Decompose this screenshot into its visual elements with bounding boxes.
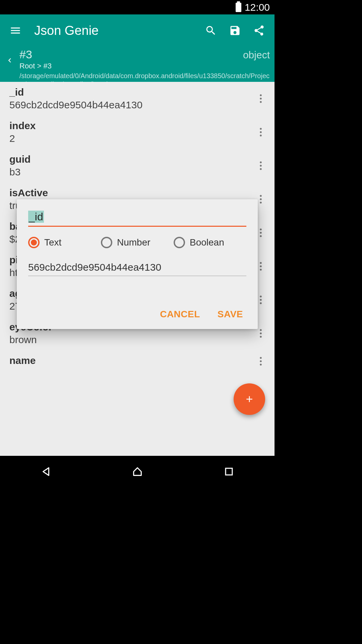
type-label-number: Number <box>117 237 150 248</box>
svg-point-1 <box>260 98 262 100</box>
row-more-button[interactable] <box>256 94 265 104</box>
save-button[interactable] <box>223 18 247 43</box>
battery-icon <box>236 3 241 12</box>
type-radio-boolean[interactable]: Boolean <box>174 237 246 248</box>
svg-point-14 <box>260 235 262 237</box>
more-vert-icon <box>259 161 262 171</box>
svg-point-11 <box>260 202 262 204</box>
svg-point-26 <box>260 364 262 366</box>
row-value: brown <box>9 334 256 345</box>
svg-point-16 <box>260 265 262 267</box>
row-key: isActive <box>9 187 256 199</box>
row-more-button[interactable] <box>256 127 265 137</box>
more-vert-icon <box>259 127 262 137</box>
svg-point-8 <box>260 168 262 170</box>
svg-point-15 <box>260 262 262 264</box>
nav-recent-icon <box>223 466 235 477</box>
field-value-input[interactable] <box>28 260 246 276</box>
app-title: Json Genie <box>34 23 199 38</box>
row-more-button[interactable] <box>256 161 265 171</box>
type-label-text: Text <box>44 237 61 248</box>
more-vert-icon <box>259 94 262 104</box>
svg-point-9 <box>260 195 262 197</box>
svg-point-13 <box>260 232 262 234</box>
row-more-button[interactable] <box>256 328 265 338</box>
menu-button[interactable] <box>3 18 27 43</box>
breadcrumb: Root > #3 <box>19 62 270 70</box>
svg-point-22 <box>260 332 262 334</box>
node-type: object <box>243 49 270 61</box>
row-value: 569cb2dcd9e9504b44ea4130 <box>9 99 256 111</box>
nav-recent-button[interactable] <box>223 466 235 479</box>
type-label-boolean: Boolean <box>190 237 224 248</box>
save-icon <box>229 24 241 37</box>
row-key: name <box>9 355 256 366</box>
radio-unselected-icon <box>101 237 112 248</box>
add-fab[interactable] <box>234 383 265 415</box>
app-bar: Json Genie #3 object <box>0 14 275 93</box>
svg-point-0 <box>260 94 262 96</box>
nav-back-button[interactable] <box>40 466 52 479</box>
svg-point-19 <box>260 299 262 301</box>
list-item[interactable]: _id569cb2dcd9e9504b44ea4130 <box>0 82 275 115</box>
row-value: b3 <box>9 166 256 178</box>
svg-point-4 <box>260 131 262 133</box>
more-vert-icon <box>259 194 262 204</box>
search-icon <box>205 24 217 37</box>
field-name-selection: _id <box>28 211 44 223</box>
list-item[interactable]: index2 <box>0 115 275 149</box>
hamburger-icon <box>9 24 21 37</box>
svg-point-5 <box>260 135 262 137</box>
row-key: guid <box>9 154 256 165</box>
status-bar: 12:00 <box>0 0 275 14</box>
svg-point-21 <box>260 329 262 331</box>
nav-home-icon <box>132 466 143 477</box>
svg-point-7 <box>260 165 262 167</box>
svg-point-17 <box>260 269 262 271</box>
row-key: index <box>9 120 256 131</box>
radio-selected-icon <box>28 237 40 248</box>
node-index: #3 <box>19 48 32 61</box>
svg-point-2 <box>260 101 262 103</box>
svg-point-10 <box>260 198 262 200</box>
type-radio-number[interactable]: Number <box>101 237 174 248</box>
back-button[interactable] <box>2 48 17 65</box>
svg-point-3 <box>260 128 262 130</box>
radio-unselected-icon <box>174 237 185 248</box>
content-area: _id569cb2dcd9e9504b44ea4130index2guidb3i… <box>0 82 275 456</box>
edit-dialog: _id Text Number Boolean CANCEL S <box>17 199 258 329</box>
android-navbar <box>0 456 275 488</box>
more-vert-icon <box>259 356 262 366</box>
status-time: 12:00 <box>245 2 270 13</box>
row-value: 2 <box>9 133 256 144</box>
nav-back-icon <box>40 466 52 477</box>
more-vert-icon <box>259 228 262 238</box>
type-radio-text[interactable]: Text <box>28 237 101 248</box>
more-vert-icon <box>259 328 262 338</box>
chevron-left-icon <box>5 56 14 65</box>
more-vert-icon <box>259 295 262 305</box>
svg-point-23 <box>260 336 262 338</box>
svg-rect-27 <box>226 468 232 475</box>
plus-icon <box>244 394 254 404</box>
nav-home-button[interactable] <box>132 466 143 479</box>
list-item[interactable]: guidb3 <box>0 149 275 182</box>
more-vert-icon <box>259 261 262 271</box>
list-item[interactable]: name <box>0 350 275 372</box>
cancel-button[interactable]: CANCEL <box>159 306 201 322</box>
svg-point-12 <box>260 228 262 230</box>
svg-point-24 <box>260 357 262 359</box>
row-key: _id <box>9 87 256 98</box>
svg-point-25 <box>260 360 262 362</box>
svg-point-18 <box>260 296 262 298</box>
share-button[interactable] <box>247 18 271 43</box>
svg-point-6 <box>260 161 262 163</box>
search-button[interactable] <box>199 18 223 43</box>
row-more-button[interactable] <box>256 356 265 366</box>
field-name-input[interactable]: _id <box>28 211 246 227</box>
svg-point-20 <box>260 302 262 304</box>
share-icon <box>253 24 265 37</box>
save-dialog-button[interactable]: SAVE <box>216 306 244 322</box>
